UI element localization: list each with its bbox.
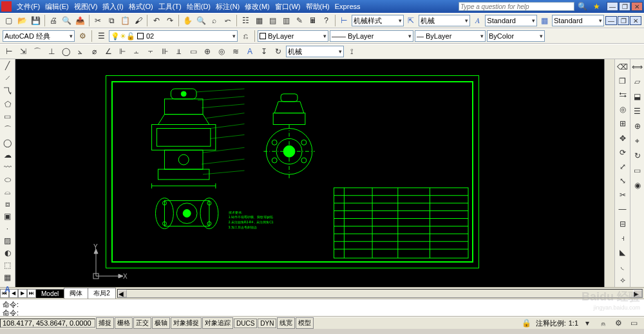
annoscale-menu-icon[interactable]: ▾	[581, 317, 594, 329]
menu-format[interactable]: 格式(O)	[126, 2, 156, 12]
refresh-icon[interactable]: ↻	[631, 149, 644, 162]
zoom-rt-icon[interactable]: 🔍	[195, 14, 207, 27]
layer-prev-icon[interactable]: ⎌	[239, 30, 252, 42]
dimangular-icon[interactable]: ∠	[102, 45, 115, 58]
snap-toggle[interactable]: 捕捉	[96, 317, 114, 329]
scale-icon[interactable]: ⤢	[616, 160, 629, 172]
dimtedit-icon[interactable]: ↧	[258, 45, 270, 58]
table-icon[interactable]: ▦	[1, 272, 14, 283]
dimupdate-icon[interactable]: ↻	[272, 45, 285, 58]
menu-edit[interactable]: 编辑(E)	[43, 2, 71, 12]
distance-icon[interactable]: ⟺	[631, 60, 644, 73]
copy-icon[interactable]: ⧉	[106, 14, 118, 27]
infocenter-star-icon[interactable]: ★	[590, 0, 603, 13]
move-icon[interactable]: ✥	[616, 132, 629, 144]
massprops-icon[interactable]: ⬓	[631, 90, 644, 103]
infocenter-search-icon[interactable]: 🔍	[576, 0, 589, 13]
dimbaseline-icon[interactable]: ⫠	[130, 45, 143, 58]
pline-icon[interactable]: ⺄	[1, 85, 14, 97]
workspace-save-icon[interactable]: ⚙	[76, 30, 89, 42]
break-icon[interactable]: ⊟	[616, 218, 629, 230]
dimjogged-icon[interactable]: ⦛	[73, 45, 86, 58]
point-icon[interactable]: ·	[1, 223, 14, 234]
id-icon[interactable]: ⊕	[631, 120, 644, 133]
toolpalettes-icon[interactable]: ▤	[267, 14, 279, 27]
vertical-scrollbar[interactable]	[604, 59, 614, 287]
preview-icon[interactable]: 🔍	[61, 14, 73, 27]
menu-insert[interactable]: 插入(I)	[100, 2, 126, 12]
insert-icon[interactable]: ⧈	[1, 199, 14, 209]
menu-help[interactable]: 帮助(H)	[303, 2, 332, 12]
annoscale-value[interactable]: 1:1	[569, 319, 578, 327]
ellipsearc-icon[interactable]: ⌓	[1, 187, 14, 197]
maximize-button[interactable]: ❐	[619, 2, 630, 11]
mirror-icon[interactable]: ⮀	[616, 89, 629, 101]
markup-icon[interactable]: ✎	[294, 14, 306, 27]
cut-icon[interactable]: ✂	[92, 14, 104, 27]
publish-icon[interactable]: 📤	[74, 14, 86, 27]
menu-view[interactable]: 视图(V)	[71, 2, 100, 12]
area-icon[interactable]: ▱	[631, 75, 644, 88]
otrack-toggle[interactable]: 对象追踪	[202, 317, 233, 329]
extend-icon[interactable]: —	[616, 203, 629, 216]
dimbreak-icon[interactable]: ⫫	[173, 45, 185, 58]
color-combo[interactable]: ByLayer▾	[258, 30, 328, 42]
dimdiameter-icon[interactable]: ⌀	[88, 45, 100, 58]
model-toggle[interactable]: 模型	[296, 317, 314, 329]
polygon-icon[interactable]: ⬠	[1, 99, 14, 109]
menu-window[interactable]: 窗口(W)	[272, 2, 303, 12]
array-icon[interactable]: ⊞	[616, 118, 629, 130]
centermark-icon[interactable]: ⊕	[201, 45, 214, 58]
annotation-auto-icon[interactable]: ⚙	[612, 317, 625, 329]
ellipse-icon[interactable]: ⬭	[1, 174, 14, 185]
tab-layout1[interactable]: 阀体	[64, 288, 88, 299]
trim-icon[interactable]: ✂	[616, 189, 629, 201]
layer-props-icon[interactable]: ☰	[95, 30, 108, 42]
xline-icon[interactable]: ⟋	[1, 73, 14, 83]
revcloud-icon[interactable]: ☁	[1, 150, 14, 160]
stretch-icon[interactable]: ⤡	[616, 175, 629, 187]
tab-layout2[interactable]: 布局2	[88, 288, 116, 299]
fillet-icon[interactable]: ◟	[616, 261, 629, 273]
ucs-icon-btn[interactable]: ⌖	[631, 135, 644, 147]
dim-aligned-icon[interactable]: ⇱	[405, 14, 417, 27]
gradient-icon[interactable]: ◐	[1, 248, 14, 258]
grid-toggle[interactable]: 栅格	[115, 317, 133, 329]
properties-icon[interactable]: ☷	[240, 14, 252, 27]
designcenter-icon[interactable]: ▦	[253, 14, 265, 27]
tab-last-icon[interactable]: ⏭	[27, 289, 36, 298]
dimaligned-icon[interactable]: ⇲	[17, 45, 30, 58]
redo-icon[interactable]: ↷	[164, 14, 176, 27]
horizontal-scrollbar[interactable]: ◀ ▶	[117, 289, 643, 298]
new-icon[interactable]: ▢	[3, 14, 15, 27]
tab-next-icon[interactable]: ▶	[18, 289, 27, 298]
mdi-max-icon[interactable]: ❐	[618, 16, 629, 25]
circle-icon[interactable]: ◯	[1, 138, 14, 148]
dimarc-icon[interactable]: ⌒	[31, 45, 44, 58]
matchprop-icon[interactable]: 🖌	[132, 14, 144, 27]
dimstyle1-combo[interactable]: 机械样式▾	[352, 15, 404, 26]
dyn-toggle[interactable]: DYN	[258, 319, 276, 328]
layer-combo[interactable]: 💡 ☀ 🔓 02▾	[109, 30, 238, 42]
tablestyle-icon[interactable]: ▦	[538, 14, 551, 27]
3dorbit-icon[interactable]: ◉	[631, 179, 644, 192]
dimspace-icon[interactable]: ⊪	[158, 45, 171, 58]
open-icon[interactable]: 📂	[16, 14, 28, 27]
textstyle-icon[interactable]: 𝐴	[471, 14, 484, 27]
join-icon[interactable]: ⫞	[616, 232, 629, 244]
help-icon[interactable]: ?	[320, 14, 332, 27]
rectangle-icon[interactable]: ▭	[1, 111, 14, 122]
region-icon[interactable]: ⬚	[1, 260, 14, 270]
menu-modify[interactable]: 修改(M)	[242, 2, 272, 12]
zoom-prev-icon[interactable]: ⤺	[222, 14, 234, 27]
close-button[interactable]: ✕	[631, 2, 643, 11]
hatch-icon[interactable]: ▨	[1, 236, 14, 246]
command-window[interactable]: 命令: 命令:	[0, 299, 644, 317]
minimize-button[interactable]: —	[607, 2, 618, 11]
linetype-combo[interactable]: ——ByLayer▾	[330, 30, 413, 42]
dimstyle2-combo[interactable]: 机械▾	[419, 15, 471, 26]
lineweight-combo[interactable]: —ByLayer▾	[415, 30, 486, 42]
sheetset-icon[interactable]: ▥	[280, 14, 292, 27]
dimcontinue-icon[interactable]: ⫟	[144, 45, 157, 58]
drawing-canvas[interactable]: 技术要求: 1.铸件不得有砂眼、裂纹等缺陷 2.未注圆角R2-R4，未注倒角C1…	[15, 59, 604, 287]
